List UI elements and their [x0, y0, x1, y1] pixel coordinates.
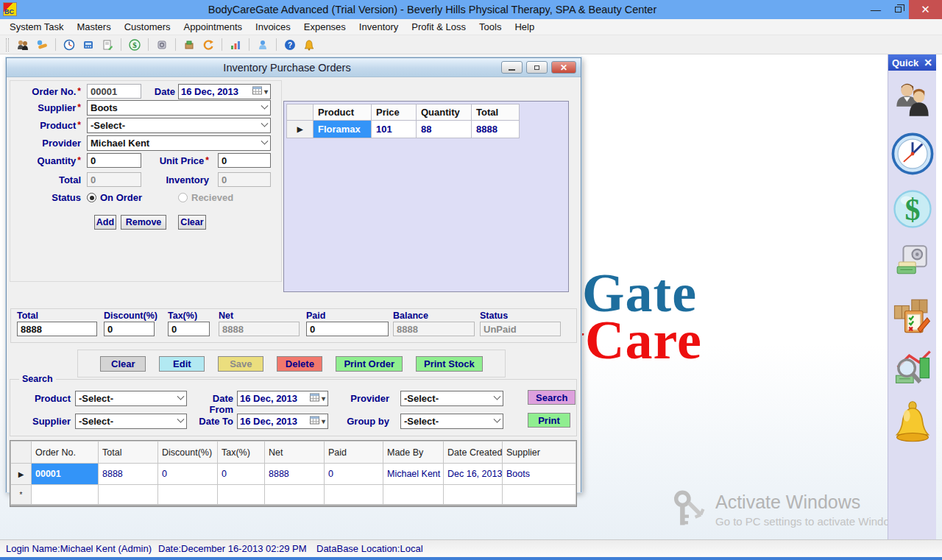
orders-col-paid[interactable]: Paid — [325, 442, 383, 464]
reports-icon[interactable] — [227, 37, 244, 53]
users-icon[interactable] — [255, 37, 271, 53]
help-icon[interactable]: ? — [282, 37, 298, 53]
menu-system-task[interactable]: System Task — [3, 19, 70, 35]
search-product-combobox[interactable]: -Select- — [75, 391, 187, 406]
product-combobox[interactable]: -Select- — [87, 118, 271, 133]
menu-tools[interactable]: Tools — [472, 19, 508, 35]
menu-masters[interactable]: Masters — [70, 19, 117, 35]
phone-icon[interactable] — [80, 37, 96, 53]
totals-paid-field[interactable]: 0 — [306, 322, 389, 336]
orders-col-supplier[interactable]: Supplier — [503, 442, 576, 464]
expenses-icon[interactable] — [154, 37, 170, 53]
order-tax-cell[interactable]: 0 — [218, 464, 265, 485]
totals-net-label: Net — [219, 311, 233, 321]
undo-icon[interactable] — [200, 37, 216, 53]
quick-customers-icon[interactable] — [893, 81, 932, 122]
search-button[interactable]: Search — [528, 390, 576, 405]
orders-col-discount[interactable]: Discount(%) — [158, 442, 218, 464]
order-no-field[interactable]: 00001 — [87, 84, 141, 99]
remove-button[interactable]: Remove — [121, 215, 166, 230]
order-no-cell[interactable]: 00001 — [32, 464, 99, 485]
appointments-icon[interactable] — [61, 37, 77, 53]
dialog-minimize-button[interactable] — [501, 61, 523, 74]
order-net-cell[interactable]: 8888 — [265, 464, 325, 485]
minimize-button[interactable]: ― — [865, 1, 887, 18]
clear-items-button[interactable]: Clear — [178, 215, 206, 230]
totals-paid-label: Paid — [306, 311, 325, 321]
quick-reminders-icon[interactable] — [893, 400, 932, 449]
quick-inventory-icon[interactable] — [892, 293, 933, 337]
inventory-icon[interactable] — [181, 37, 197, 53]
supplier-combobox[interactable]: Boots — [87, 100, 271, 116]
item-total-cell[interactable]: 8888 — [472, 121, 520, 138]
menu-expenses[interactable]: Expenses — [297, 19, 353, 35]
print-order-button[interactable]: Print Order — [336, 356, 403, 372]
close-button[interactable]: ✕ — [909, 0, 942, 19]
actions-section: Clear Edit Save Delete Print Order Print… — [77, 350, 506, 378]
dialog-close-button[interactable]: ✕ — [551, 61, 576, 74]
quick-panel-close-icon[interactable]: ✕ — [924, 57, 932, 68]
tools-icon[interactable] — [34, 37, 50, 53]
orders-col-order-no[interactable]: Order No. — [32, 442, 99, 464]
reminders-icon[interactable] — [301, 37, 317, 53]
orders-col-made-by[interactable]: Made By — [383, 442, 444, 464]
invoices-icon[interactable] — [99, 37, 116, 53]
customers-icon[interactable] — [15, 37, 31, 53]
add-button[interactable]: Add — [94, 215, 116, 230]
date-field[interactable]: 16 Dec, 2013 ▾ — [178, 84, 271, 99]
delete-button[interactable]: Delete — [277, 356, 322, 372]
quick-cash-safe-icon[interactable] — [894, 243, 931, 283]
search-provider-combobox[interactable]: -Select- — [400, 391, 503, 406]
orders-col-total[interactable]: Total — [99, 442, 158, 464]
items-row[interactable]: ▶ Floramax 101 88 8888 — [287, 121, 520, 138]
item-price-cell[interactable]: 101 — [372, 121, 417, 138]
edit-button[interactable]: Edit — [159, 356, 205, 372]
group-by-combobox[interactable]: -Select- — [400, 414, 503, 429]
orders-col-net[interactable]: Net — [265, 442, 325, 464]
menu-invoices[interactable]: Invoices — [249, 19, 297, 35]
date-from-field[interactable]: 16 Dec, 2013▾ — [237, 391, 328, 406]
dialog-restore-button[interactable] — [526, 61, 548, 74]
menu-customers[interactable]: Customers — [118, 19, 177, 35]
order-discount-cell[interactable]: 0 — [158, 464, 218, 485]
provider-combobox[interactable]: Michael Kent — [87, 135, 271, 151]
unit-price-field[interactable]: 0 — [218, 153, 271, 168]
clear-button[interactable]: Clear — [100, 356, 146, 372]
items-col-quantity[interactable]: Quantity — [417, 104, 472, 121]
menu-appointments[interactable]: Appointments — [177, 19, 249, 35]
order-paid-cell[interactable]: 0 — [325, 464, 383, 485]
search-supplier-combobox[interactable]: -Select- — [75, 414, 187, 429]
totals-tax-field[interactable]: 0 — [168, 322, 210, 336]
items-col-product[interactable]: Product — [314, 104, 372, 121]
status-on-order-radio[interactable]: On Order — [87, 192, 142, 203]
restore-button[interactable] — [887, 1, 909, 18]
quantity-field[interactable]: 0 — [87, 153, 141, 168]
items-col-total[interactable]: Total — [472, 104, 520, 121]
print-stock-button[interactable]: Print Stock — [416, 356, 483, 372]
order-total-cell[interactable]: 8888 — [99, 464, 158, 485]
orders-new-row[interactable]: * — [11, 485, 576, 505]
totals-status-label: Status — [480, 311, 508, 321]
menu-profit-loss[interactable]: Profit & Loss — [405, 19, 472, 35]
quick-reports-icon[interactable] — [893, 347, 932, 390]
orders-row[interactable]: ▶ 00001 8888 0 0 8888 0 Michael Kent Dec… — [11, 464, 576, 485]
totals-total-field[interactable]: 8888 — [17, 322, 97, 336]
totals-discount-field[interactable]: 0 — [104, 322, 155, 336]
dropdown-arrow-icon: ▾ — [264, 88, 268, 96]
item-product-cell[interactable]: Floramax — [314, 121, 372, 138]
menu-help[interactable]: Help — [508, 19, 541, 35]
quick-appointments-icon[interactable] — [891, 132, 934, 178]
menu-inventory[interactable]: Inventory — [353, 19, 405, 35]
order-made-by-cell[interactable]: Michael Kent — [383, 464, 444, 485]
order-date-created-cell[interactable]: Dec 16, 2013 — [444, 464, 503, 485]
quick-billing-icon[interactable]: $ — [892, 188, 933, 233]
date-to-field[interactable]: 16 Dec, 2013▾ — [237, 414, 328, 429]
orders-col-date-created[interactable]: Date Created — [444, 442, 503, 464]
order-supplier-cell[interactable]: Boots — [503, 464, 576, 485]
payments-icon[interactable]: $ — [127, 37, 143, 53]
row-selector-icon: ▶ — [11, 464, 32, 485]
items-col-price[interactable]: Price — [372, 104, 417, 121]
search-print-button[interactable]: Print — [528, 413, 570, 428]
orders-col-tax[interactable]: Tax(%) — [218, 442, 265, 464]
item-quantity-cell[interactable]: 88 — [417, 121, 472, 138]
